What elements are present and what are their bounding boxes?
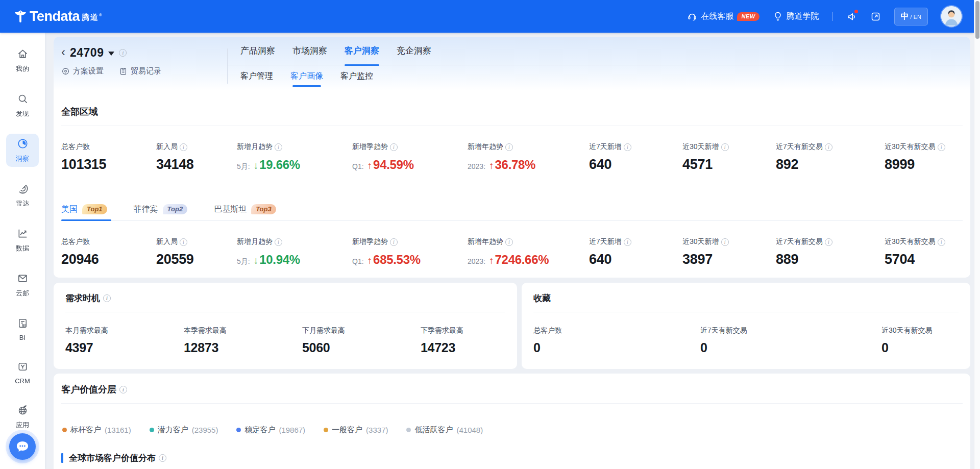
stat-value: 14723 [421, 340, 505, 355]
stat-label: 近30天新增i [682, 237, 776, 246]
stat-value: 0 [881, 340, 959, 355]
scheme-dropdown-caret-icon[interactable] [108, 52, 114, 56]
sidebar-item-CRM[interactable]: CRM [6, 357, 39, 388]
country-tab-菲律宾[interactable]: 菲律宾Top2 [134, 198, 188, 220]
fullscreen-icon[interactable] [870, 11, 881, 22]
online-service-link[interactable]: 在线客服 NEW [687, 11, 759, 22]
tab-竞企洞察[interactable]: 竞企洞察 [397, 37, 431, 65]
customer-value-info-icon[interactable]: i [119, 386, 127, 393]
legend-item-潜力客户[interactable]: 潜力客户(23955) [150, 425, 218, 435]
stat-info-icon[interactable]: i [938, 143, 945, 151]
arrow-up-icon: ↑ [489, 160, 494, 171]
stat-info-icon[interactable]: i [275, 238, 282, 246]
avatar[interactable] [941, 6, 962, 27]
chat-button[interactable] [9, 433, 36, 460]
rank-badge: Top3 [251, 204, 276, 214]
stat-new-7d: 近7天新增i640 [589, 142, 682, 172]
back-chevron-icon[interactable]: ‹ [61, 46, 65, 60]
legend-item-低活跃客户[interactable]: 低活跃客户(41048) [406, 425, 483, 435]
sidebar-item-我的[interactable]: 我的 [6, 44, 39, 77]
sidebar-item-洞察[interactable]: 洞察 [6, 134, 39, 167]
trend-percent: 36.78% [495, 158, 536, 172]
country-tab-巴基斯坦[interactable]: 巴基斯坦Top3 [214, 198, 276, 220]
stat-info-icon[interactable]: i [275, 143, 282, 151]
legend-item-稳定客户[interactable]: 稳定客户(19867) [236, 425, 305, 435]
tab-客户洞察[interactable]: 客户洞察 [345, 37, 379, 65]
sidebar-item-发现[interactable]: 发现 [6, 89, 39, 122]
tab-产品洞察[interactable]: 产品洞察 [240, 37, 275, 65]
scheme-settings-button[interactable]: 方案设置 [61, 66, 104, 76]
stat-quarterly-trend: 新增季趋势iQ1:↑685.53% [352, 237, 468, 267]
stat-info-icon[interactable]: i [390, 238, 398, 246]
stat-value: 0 [533, 340, 700, 355]
sidebar-item-应用[interactable]: 应用 [6, 400, 39, 433]
scheme-selector[interactable]: 24709 [70, 46, 104, 60]
trend-period: 2023: [468, 257, 485, 265]
sidebar-item-label: CRM [15, 377, 30, 385]
stat-info-icon[interactable]: i [390, 143, 398, 151]
sidebar-item-数据[interactable]: 数据 [6, 224, 39, 257]
stat-info-icon[interactable]: i [825, 143, 832, 151]
avatar-person-icon [941, 6, 962, 27]
language-toggle[interactable]: 中 / EN [894, 8, 928, 26]
stat-label: 近7天有新交易i [776, 237, 885, 246]
sidebar-item-雷达[interactable]: 雷达 [6, 179, 39, 212]
scrollbar-thumb[interactable] [975, 1, 979, 39]
stat-label-text: 近30天新增 [682, 142, 719, 152]
tendata-logo[interactable]: Tendata 腾道® [13, 9, 103, 23]
stat-label: 总客户数 [61, 142, 156, 152]
trade-records-button[interactable]: 贸易记录 [119, 66, 161, 76]
stat-info-icon[interactable]: i [938, 238, 945, 246]
stat-info-icon[interactable]: i [721, 143, 729, 151]
stat-info-icon[interactable]: i [825, 238, 832, 246]
stat-new-30d: 近30天新增i4571 [682, 142, 776, 172]
stat-label: 新增季趋势i [352, 142, 468, 152]
stat-value: 889 [776, 252, 885, 267]
sidebar-item-label: 雷达 [16, 199, 29, 208]
subtab-客户画像[interactable]: 客户画像 [290, 69, 323, 87]
sidebar-expand-chevron[interactable]: » [20, 465, 24, 469]
stat-label-text: 近7天新增 [589, 237, 622, 246]
demand-timing-info-icon[interactable]: i [103, 294, 111, 302]
academy-link[interactable]: 腾道学院 [773, 11, 819, 22]
stat-quarterly-trend: 新增季趋势iQ1:↑94.59% [352, 142, 468, 172]
search-icon [17, 93, 29, 107]
legend-item-标杆客户[interactable]: 标杆客户(13161) [62, 425, 131, 435]
stat-info-icon[interactable]: i [505, 143, 513, 151]
stat-label-text: 总客户数 [61, 237, 90, 246]
notifications-icon[interactable] [846, 11, 857, 22]
rank-badge: Top2 [163, 204, 188, 214]
stat-value: 20559 [156, 252, 237, 267]
stat-this-month-peak: 本月需求最高4397 [65, 326, 184, 355]
stat-label: 本季需求最高 [184, 326, 302, 335]
stat-info-icon[interactable]: i [180, 143, 187, 151]
stat-info-icon[interactable]: i [624, 238, 631, 246]
scheme-info-icon[interactable]: i [119, 49, 127, 57]
demand-timing-stats: 本月需求最高4397本季需求最高12873下月需求最高5060下季需求最高147… [65, 326, 505, 355]
sidebar-item-云邮[interactable]: 云邮 [6, 268, 39, 302]
stat-label: 近7天新增i [589, 142, 682, 152]
language-current: 中 [901, 11, 909, 22]
stat-this-quarter-peak: 本季需求最高12873 [184, 326, 302, 355]
stat-info-icon[interactable]: i [505, 238, 513, 246]
stat-next-month-peak: 下月需求最高5060 [302, 326, 421, 355]
sidebar-bottom: » [9, 433, 36, 469]
insight-card-body: 全部区域 总客户数101315新入局i34148新增月趋势i5月:↓19.66%… [54, 106, 970, 278]
tab-市场洞察[interactable]: 市场洞察 [292, 37, 327, 65]
global-value-distribution-info-icon[interactable]: i [159, 454, 166, 462]
stat-label: 近7天有新交易i [776, 142, 885, 152]
mail-icon [17, 273, 29, 286]
stat-info-icon[interactable]: i [624, 143, 631, 151]
stat-label-text: 新入局 [156, 237, 178, 246]
insight-card: ‹ 24709 i 方案设置 [54, 37, 970, 278]
stat-info-icon[interactable]: i [180, 238, 187, 246]
stat-label-text: 近7天有新交易 [776, 237, 823, 246]
stat-label-text: 新增年趋势 [468, 237, 503, 246]
subtab-客户管理[interactable]: 客户管理 [240, 69, 273, 87]
demand-timing-title: 需求时机 i [65, 292, 505, 304]
legend-item-一般客户[interactable]: 一般客户(3337) [324, 425, 388, 435]
sidebar-item-BI[interactable]: BIBI [6, 313, 39, 345]
subtab-客户监控[interactable]: 客户监控 [340, 69, 373, 87]
stat-info-icon[interactable]: i [721, 238, 729, 246]
country-tab-美国[interactable]: 美国Top1 [61, 198, 107, 220]
